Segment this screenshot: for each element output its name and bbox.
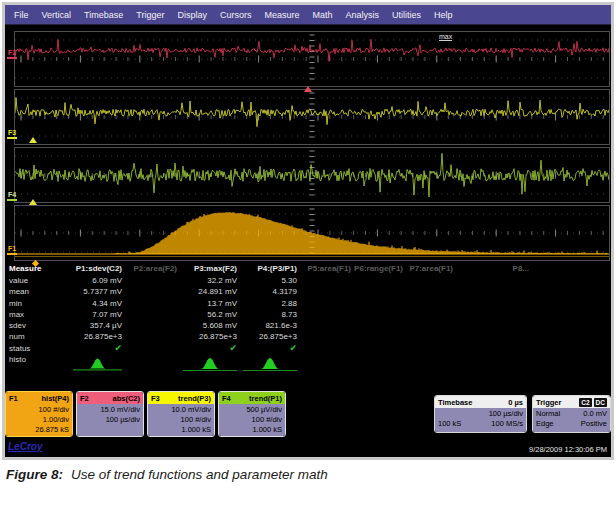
trigger-coupling-badge: DC [594,398,607,407]
measure-min-p5 [297,298,351,309]
measure-min-p4: 2.88 [237,298,297,309]
trigger-slope: Positive [581,419,607,429]
timebase-per-div: 100 µs/div [489,409,523,419]
channel-label-f2[interactable]: F2 [7,49,17,59]
descriptor-line-2: 1.00/div [9,415,69,425]
histo-cell-p6 [351,354,403,374]
measure-sdev-p6 [351,320,403,331]
measure-min-p1: 4.34 mV [73,298,122,309]
param-header-p7[interactable]: P7:area(F1) [403,263,453,275]
measure-num-p1: 26.875e+3 [73,331,122,342]
measure-num-p2 [122,331,177,342]
menu-file[interactable]: File [14,10,29,20]
measure-value-p2 [122,275,177,286]
menu-timebase[interactable]: Timebase [84,10,123,20]
status-check-p4: ✔ [237,343,297,354]
f4-level-marker[interactable] [29,199,37,205]
measure-num-p5 [297,331,351,342]
descriptor-body-f2: 15.0 mV/div100 µs/div [77,404,143,437]
measure-min-p6 [351,298,403,309]
descriptor-line-3: 1.000 kS [222,425,282,435]
menu-help[interactable]: Help [434,10,453,20]
measure-row-label-min: min [9,298,73,309]
descriptor-header-f4: F4trend(P1) [219,392,285,404]
param-header-p5[interactable]: P5:area(F1) [297,263,351,275]
measure-num-p3: 26.875e+3 [177,331,237,342]
timebase-box[interactable]: Timebase 0 µs 100 µs/div 100 kS100 MS/s [434,395,527,433]
descriptor-header-f1: F1hist(P4) [6,392,72,404]
measure-mean-p3: 24.891 mV [177,286,237,297]
measure-min-p8 [453,298,529,309]
menu-display[interactable]: Display [177,10,207,20]
descriptor-box-f3[interactable]: F3trend(P3)10.0 mV/div100 #/div1.000 kS [147,391,215,437]
timebase-samples: 100 kS [438,419,461,429]
param-header-p4[interactable]: P4:(P3/P1) [237,263,297,275]
param-header-p8[interactable]: P8... [453,263,529,275]
figure-number: Figure 8: [6,467,63,482]
mini-histogram-icon [183,356,237,372]
lecroy-logo: LeCroy [8,441,42,452]
descriptor-box-f1[interactable]: F1hist(P4)100 #/div1.00/div26.875 kS [5,391,73,437]
descriptor-function: trend(P3) [178,394,211,403]
measure-sdev-p4: 821.6e-3 [237,320,297,331]
menu-analysis[interactable]: Analysis [345,10,379,20]
histogram-f1 [15,206,609,260]
menu-cursors[interactable]: Cursors [220,10,252,20]
param-header-p3[interactable]: P3:max(F2) [177,263,237,275]
measure-min-p3: 13.7 mV [177,298,237,309]
menu-trigger[interactable]: Trigger [136,10,164,20]
trigger-level: 0.0 mV [583,409,607,419]
channel-label-f4[interactable]: F4 [7,191,17,201]
waveform-panel-f1[interactable] [14,205,610,261]
param-header-p6[interactable]: P6:range(F1) [351,263,403,275]
figure-caption-text: Use of trend functions and parameter mat… [71,467,328,482]
measure-sdev-p7 [403,320,453,331]
measure-value-p8 [453,275,529,286]
waveform-panel-f3[interactable] [14,89,610,145]
descriptor-box-f2[interactable]: F2abs(C2)15.0 mV/div100 µs/div [76,391,144,437]
channel-label-f1[interactable]: F1 [7,245,17,255]
status-check-p3: ✔ [177,343,237,354]
histo-cell-p3 [177,354,237,374]
descriptor-line-1: 500 µV/div [222,405,282,415]
measure-num-p4: 26.875e+3 [237,331,297,342]
status-check-p5 [297,343,351,354]
descriptor-line-3: 26.875 kS [9,425,69,435]
waveform-f3 [15,90,609,144]
measure-row-label-histo: histo [9,354,73,374]
param-header-p2[interactable]: P2:area(F2) [122,263,177,275]
trigger-body: Normal0.0 mV EdgePositive [533,408,610,433]
descriptor-header-f3: F3trend(P3) [148,392,214,404]
waveform-panel-f4[interactable] [14,147,610,203]
descriptor-box-f4[interactable]: F4trend(P1)500 µV/div100 #/div1.000 kS [218,391,286,437]
descriptor-id: F1 [9,394,18,403]
channel-label-f3[interactable]: F3 [7,129,17,139]
measure-value-p4: 5.30 [237,275,297,286]
status-check-p6 [351,343,403,354]
measure-sdev-p2 [122,320,177,331]
menu-utilities[interactable]: Utilities [392,10,421,20]
measure-mean-p7 [403,286,453,297]
trigger-source-badges: C2 DC [577,398,607,407]
measure-num-p6 [351,331,403,342]
menu-math[interactable]: Math [312,10,332,20]
measure-max-p4: 8.73 [237,309,297,320]
trigger-title: Trigger [536,398,561,407]
menu-measure[interactable]: Measure [264,10,299,20]
measure-mean-p6 [351,286,403,297]
trigger-box[interactable]: Trigger C2 DC Normal0.0 mV EdgePositive [532,395,611,433]
mini-histogram-icon [243,356,297,372]
histo-cell-p2 [122,354,177,374]
measure-row-label-mean: mean [9,286,73,297]
waveform-panel-f2[interactable]: max [14,31,610,87]
trigger-time-marker[interactable] [304,86,312,92]
histo-cell-p1 [73,354,122,374]
param-header-p1[interactable]: P1:sdev(C2) [73,263,122,275]
menu-vertical[interactable]: Vertical [42,10,72,20]
f3-level-marker[interactable] [29,137,37,143]
descriptor-header-f2: F2abs(C2) [77,392,143,404]
measure-max-p8 [453,309,529,320]
waveform-f4 [15,148,609,202]
status-check-p8 [453,343,529,354]
status-check-p7 [403,343,453,354]
